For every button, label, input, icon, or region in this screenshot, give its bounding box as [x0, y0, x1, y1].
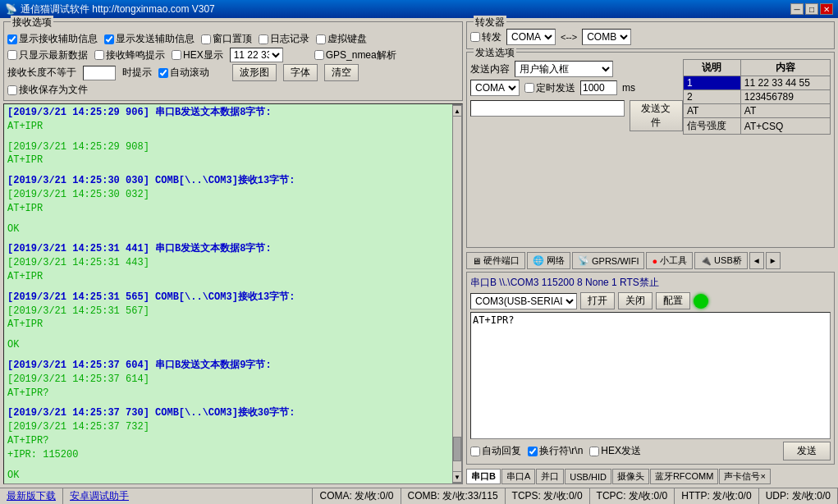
coma-status: COMA: 发/收:0/0 — [313, 488, 401, 504]
send-row-1: 发送内容 用户输入框 — [470, 61, 683, 77]
forward-input[interactable] — [470, 32, 480, 42]
log-record-checkbox[interactable]: 日志记录 — [259, 32, 309, 46]
tab-network[interactable]: 🌐 网络 — [527, 252, 570, 269]
coma-select[interactable]: COMA COMB COM1 — [506, 29, 556, 45]
show-latest-checkbox[interactable]: 只显示最新数据 — [7, 48, 88, 62]
newline-input[interactable] — [528, 447, 538, 456]
font-button[interactable]: 字体 — [283, 64, 318, 81]
scheduled-send-checkbox[interactable]: 定时发送 — [524, 81, 575, 95]
scroll-up-arrow[interactable]: ▲ — [452, 105, 462, 117]
latest-version-link[interactable]: 最新版下载 — [0, 488, 63, 504]
comb-select[interactable]: COMB COMA COM1 — [582, 29, 631, 45]
gps-nmea-checkbox[interactable]: GPS_nmea解析 — [314, 48, 396, 62]
show-send-help-input[interactable] — [104, 34, 114, 44]
android-helper-link[interactable]: 安卓调试助手 — [63, 488, 313, 504]
network-icon: 🌐 — [533, 255, 544, 266]
bottom-tab-声卡信号×[interactable]: 声卡信号× — [719, 469, 770, 484]
gps-nmea-input[interactable] — [314, 50, 324, 60]
arrow-label: <--> — [561, 32, 577, 42]
scroll-thumb[interactable] — [453, 437, 461, 461]
close-button[interactable]: ✕ — [820, 3, 833, 15]
show-receive-help-input[interactable] — [7, 34, 17, 44]
bottom-tab-并口[interactable]: 并口 — [536, 469, 564, 484]
hex-send-input[interactable] — [589, 447, 599, 456]
options-row-3: 接收长度不等于 时提示 自动滚动 波形图 字体 清空 — [7, 64, 459, 81]
log-scrollbar[interactable]: ▲ ▼ — [452, 104, 462, 483]
tab-prev-button[interactable]: ◄ — [749, 252, 764, 269]
newline-checkbox[interactable]: 换行符\r\n — [528, 444, 583, 458]
receive-options-title: 接收选项 — [11, 16, 53, 30]
send-coma-select[interactable]: COMA — [470, 80, 520, 96]
window-top-checkbox[interactable]: 窗口置顶 — [201, 32, 252, 46]
bottom-tab-USB/HID[interactable]: USB/HID — [565, 469, 611, 484]
log-record-input[interactable] — [259, 34, 268, 44]
bottom-tab-蓝牙RFCOMM[interactable]: 蓝牙RFCOMM — [650, 469, 719, 484]
tab-hardware[interactable]: 🖥 硬件端口 — [466, 252, 525, 269]
tab-gprs[interactable]: 📡 GPRS/WIFI — [572, 252, 644, 269]
tcps-status: TCPS: 发/收:0/0 — [506, 488, 590, 504]
bottom-tab-串口A[interactable]: 串口A — [501, 469, 535, 484]
tab-next-button[interactable]: ► — [766, 252, 781, 269]
buzzer-input[interactable] — [94, 50, 104, 60]
table-header-content: 内容 — [740, 60, 830, 76]
main-content: 接收选项 显示接收辅助信息 显示发送辅助信息 窗口置顶 日志记录 — [0, 18, 838, 488]
save-to-file-input[interactable] — [7, 85, 17, 95]
log-container: [2019/3/21 14:25:29 906] 串口B发送文本数据8字节:AT… — [3, 103, 463, 484]
auto-scroll-checkbox[interactable]: 自动滚动 — [158, 66, 209, 80]
app-icon: 📡 — [5, 3, 17, 15]
send-options-rows: 发送内容 用户输入框 COMA 定时发送 ms — [470, 61, 683, 131]
send-file-button[interactable]: 发送文件 — [630, 100, 683, 131]
hex-display-input[interactable] — [172, 50, 181, 60]
send-row-3: 发送文件 — [470, 100, 683, 131]
bottom-tab-串口B[interactable]: 串口B — [466, 469, 501, 484]
bottom-tab-摄像头[interactable]: 摄像头 — [612, 469, 649, 484]
serial-send-button[interactable]: 发送 — [783, 442, 831, 460]
auto-reply-checkbox[interactable]: 自动回复 — [470, 444, 521, 458]
tab-tools[interactable]: ● 小工具 — [646, 252, 693, 269]
forwarder-title: 转发器 — [474, 16, 506, 30]
hex-send-checkbox[interactable]: HEX发送 — [589, 444, 641, 458]
auto-scroll-input[interactable] — [158, 68, 168, 78]
send-content-select[interactable]: 用户输入框 — [515, 61, 613, 77]
time-prompt-label: 时提示 — [122, 66, 152, 80]
hex-value-select[interactable]: 11 22 33 — [230, 48, 283, 62]
left-panel: 接收选项 显示接收辅助信息 显示发送辅助信息 窗口置顶 日志记录 — [3, 21, 463, 484]
open-port-button[interactable]: 打开 — [580, 292, 615, 309]
show-send-help-checkbox[interactable]: 显示发送辅助信息 — [104, 32, 195, 46]
ms-value-input[interactable] — [580, 80, 617, 95]
scheduled-send-input[interactable] — [524, 83, 534, 93]
close-port-button[interactable]: 关闭 — [618, 292, 653, 309]
buzzer-checkbox[interactable]: 接收蜂鸣提示 — [94, 48, 165, 62]
window-top-input[interactable] — [201, 34, 211, 44]
save-to-file-checkbox[interactable]: 接收保存为文件 — [7, 83, 88, 97]
clear-button[interactable]: 清空 — [324, 64, 359, 81]
length-value-input[interactable] — [83, 66, 116, 80]
auto-reply-input[interactable] — [470, 447, 480, 456]
usb-icon: 🔌 — [700, 255, 712, 266]
send-text-input[interactable] — [470, 100, 625, 117]
port-select[interactable]: COM3(USB-SERIAL CH — [470, 293, 577, 309]
minimize-button[interactable]: ─ — [790, 3, 804, 15]
virtual-keyboard-checkbox[interactable]: 虚拟键盘 — [316, 32, 367, 46]
http-status: HTTP: 发/收:0/0 — [675, 488, 758, 504]
serial-textarea[interactable]: AT+IPR? — [470, 312, 831, 439]
show-latest-input[interactable] — [7, 50, 17, 60]
send-options-group: 发送选项 说明 内容 111 22 33 44 552123456789ATAT… — [466, 52, 835, 248]
title-bar: 📡 通信猫调试软件 http://tongxinmao.com V307 ─ □… — [0, 0, 838, 18]
config-port-button[interactable]: 配置 — [656, 292, 690, 309]
send-options-title: 发送选项 — [474, 46, 516, 60]
tab-usb[interactable]: 🔌 USB桥 — [694, 252, 748, 269]
virtual-keyboard-input[interactable] — [316, 34, 326, 44]
send-row-2: COMA 定时发送 ms — [470, 80, 683, 96]
serial-bottom: 自动回复 换行符\r\n HEX发送 发送 — [470, 442, 831, 460]
tools-icon: ● — [652, 256, 657, 266]
tab-bar: 🖥 硬件端口 🌐 网络 📡 GPRS/WIFI ● 小工具 🔌 USB桥 ◄ ► — [466, 252, 835, 269]
show-receive-help-checkbox[interactable]: 显示接收辅助信息 — [7, 32, 98, 46]
maximize-button[interactable]: □ — [805, 3, 818, 15]
log-area[interactable]: [2019/3/21 14:25:29 906] 串口B发送文本数据8字节:AT… — [4, 104, 452, 483]
forward-checkbox[interactable]: 转发 — [470, 30, 501, 44]
hex-display-checkbox[interactable]: HEX显示 — [172, 48, 223, 62]
scroll-down-arrow[interactable]: ▼ — [452, 471, 462, 483]
send-content-label: 发送内容 — [470, 62, 510, 76]
waveform-button[interactable]: 波形图 — [232, 64, 277, 81]
